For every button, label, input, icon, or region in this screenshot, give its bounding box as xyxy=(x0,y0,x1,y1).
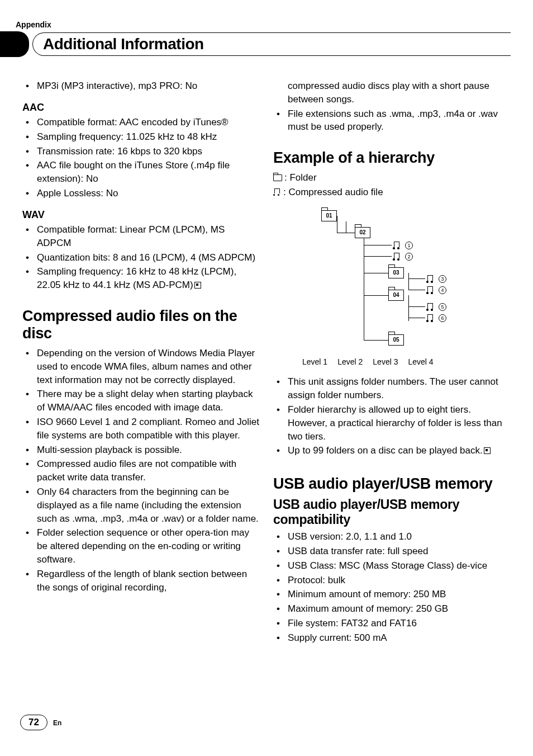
music-file-icon xyxy=(426,275,434,283)
list-item: Up to 99 folders on a disc can be played… xyxy=(273,444,511,457)
hierarchy-diagram: 01 02 03 04 05 1 xyxy=(299,207,467,352)
file-4-badge: 4 xyxy=(439,286,446,294)
header-pill: Additional Information xyxy=(32,32,511,56)
list-item: Compatible format: AAC encoded by iTunes… xyxy=(22,116,260,129)
list-item: USB version: 2.0, 1.1 and 1.0 xyxy=(273,530,511,544)
folder-icon xyxy=(273,174,282,181)
list-item-text: Up to 99 folders on a disc can be played… xyxy=(288,445,483,456)
folder-04: 04 xyxy=(388,290,404,301)
music-file-icon xyxy=(393,242,401,249)
list-item: Folder hierarchy is allowed up to eight … xyxy=(273,403,511,443)
right-column: compressed audio discs play with a short… xyxy=(273,79,511,646)
list-item: Multi-session playback is possible. xyxy=(22,443,260,457)
music-icon xyxy=(273,188,281,196)
list-item: Supply current: 500 mA xyxy=(273,631,511,645)
level-label: Level 2 xyxy=(337,357,363,368)
level-label: Level 1 xyxy=(302,357,327,368)
compressed-list: Depending on the version of Windows Medi… xyxy=(22,347,260,594)
list-item: Only 64 characters from the beginning ca… xyxy=(22,485,260,525)
content-columns: MP3i (MP3 interactive), mp3 PRO: No AAC … xyxy=(22,79,511,646)
list-item: Maximum amount of memory: 250 GB xyxy=(273,602,511,616)
aac-list: Compatible format: AAC encoded by iTunes… xyxy=(22,116,260,200)
list-item: Transmission rate: 16 kbps to 320 kbps xyxy=(22,145,260,158)
list-item: Sampling frequency: 16 kHz to 48 kHz (LP… xyxy=(22,265,260,292)
level-label: Level 4 xyxy=(408,357,433,368)
list-item: USB data transfer rate: full speed xyxy=(273,545,511,558)
top-right-list: File extensions such as .wma, .mp3, .m4a… xyxy=(273,107,511,134)
legend-folder-row: : Folder xyxy=(273,171,511,185)
language-label: En xyxy=(53,719,61,727)
levels-row: Level 1 Level 2 Level 3 Level 4 xyxy=(302,357,511,368)
folder-01: 01 xyxy=(321,210,337,221)
header: Additional Information xyxy=(22,31,511,57)
legend-file-row: : Compressed audio file xyxy=(273,186,511,199)
page-title: Additional Information xyxy=(43,35,511,53)
hierarchy-notes-list: This unit assigns folder numbers. The us… xyxy=(273,375,511,457)
file-3-badge: 3 xyxy=(439,275,446,283)
list-item: ISO 9660 Level 1 and 2 compliant. Romeo … xyxy=(22,415,260,442)
page-number: 72 xyxy=(20,715,47,730)
compressed-heading: Compressed audio files on the disc xyxy=(22,308,260,342)
top-list: MP3i (MP3 interactive), mp3 PRO: No xyxy=(22,79,260,93)
level-label: Level 3 xyxy=(373,357,398,368)
list-item: Folder selection sequence or other opera… xyxy=(22,526,260,566)
file-1-badge: 1 xyxy=(405,242,413,249)
list-item: Compatible format: Linear PCM (LPCM), MS… xyxy=(22,223,260,250)
music-file-icon xyxy=(426,286,434,294)
section-label: Appendix xyxy=(16,20,511,29)
legend-file-label: : Compressed audio file xyxy=(283,186,383,199)
list-item: Apple Lossless: No xyxy=(22,187,260,200)
legend-folder-label: : Folder xyxy=(284,171,317,185)
usb-sub-heading: USB audio player/USB memory compatibilit… xyxy=(273,497,511,527)
aac-heading: AAC xyxy=(22,101,260,115)
file-2-badge: 2 xyxy=(405,253,413,261)
list-item: File system: FAT32 and FAT16 xyxy=(273,617,511,630)
list-item: There may be a slight delay when startin… xyxy=(22,388,260,414)
list-item: Minimum amount of memory: 250 MB xyxy=(273,588,511,601)
list-item: USB Class: MSC (Mass Storage Class) de-v… xyxy=(273,559,511,573)
music-file-icon xyxy=(426,303,434,311)
music-file-icon xyxy=(393,253,401,261)
left-column: MP3i (MP3 interactive), mp3 PRO: No AAC … xyxy=(22,79,260,646)
list-item: Sampling frequency: 11.025 kHz to 48 kHz xyxy=(22,130,260,144)
list-item: Protocol: bulk xyxy=(273,574,511,587)
file-5-badge: 5 xyxy=(439,303,446,311)
hierarchy-heading: Example of a hierarchy xyxy=(273,149,511,167)
usb-heading: USB audio player/USB memory xyxy=(273,475,511,493)
folder-05: 05 xyxy=(388,334,404,346)
end-icon xyxy=(484,447,491,454)
usb-list: USB version: 2.0, 1.1 and 1.0 USB data t… xyxy=(273,530,511,644)
list-item: File extensions such as .wma, .mp3, .m4a… xyxy=(273,107,511,134)
end-icon xyxy=(194,282,201,289)
wav-heading: WAV xyxy=(22,208,260,222)
list-item-text: Sampling frequency: 16 kHz to 48 kHz (LP… xyxy=(37,266,236,290)
list-item: MP3i (MP3 interactive), mp3 PRO: No xyxy=(22,79,260,93)
wav-list: Compatible format: Linear PCM (LPCM), MS… xyxy=(22,223,260,292)
file-6-badge: 6 xyxy=(439,314,446,322)
list-item: Depending on the version of Windows Medi… xyxy=(22,347,260,386)
folder-02: 02 xyxy=(355,227,370,238)
list-item: Regardless of the length of blank sectio… xyxy=(22,568,260,594)
folder-03: 03 xyxy=(388,267,404,278)
music-file-icon xyxy=(426,314,434,322)
page-number-badge: 72 En xyxy=(20,715,61,730)
list-item: Quantization bits: 8 and 16 (LPCM), 4 (M… xyxy=(22,251,260,264)
continuation-text: compressed audio discs play with a short… xyxy=(273,79,511,106)
list-item: AAC file bought on the iTunes Store (.m4… xyxy=(22,159,260,186)
list-item: Compressed audio files are not compatibl… xyxy=(22,457,260,484)
header-tab xyxy=(0,31,29,57)
list-item: This unit assigns folder numbers. The us… xyxy=(273,375,511,402)
